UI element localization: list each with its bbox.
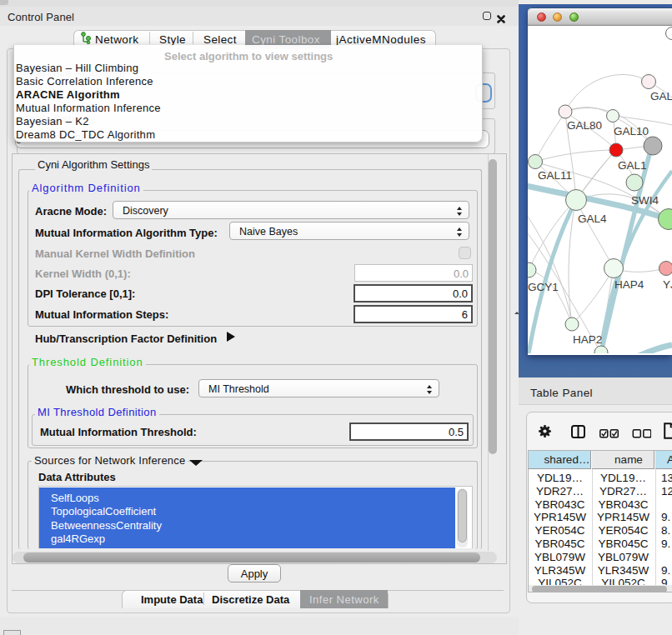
svg-text:HAP2: HAP2 [573,333,602,346]
svg-text:HAP4: HAP4 [614,278,644,291]
svg-text:GAL1: GAL1 [618,159,647,172]
svg-text:GAL10: GAL10 [614,125,649,138]
svg-text:GAL11: GAL11 [538,169,572,182]
svg-text:GAL4: GAL4 [578,212,607,225]
svg-text:GCY1: GCY1 [528,281,559,293]
svg-text:YJ: YJ [663,278,672,291]
svg-text:SWI4: SWI4 [631,194,659,207]
svg-text:GAL7: GAL7 [650,90,672,102]
svg-text:GAL80: GAL80 [567,119,602,132]
